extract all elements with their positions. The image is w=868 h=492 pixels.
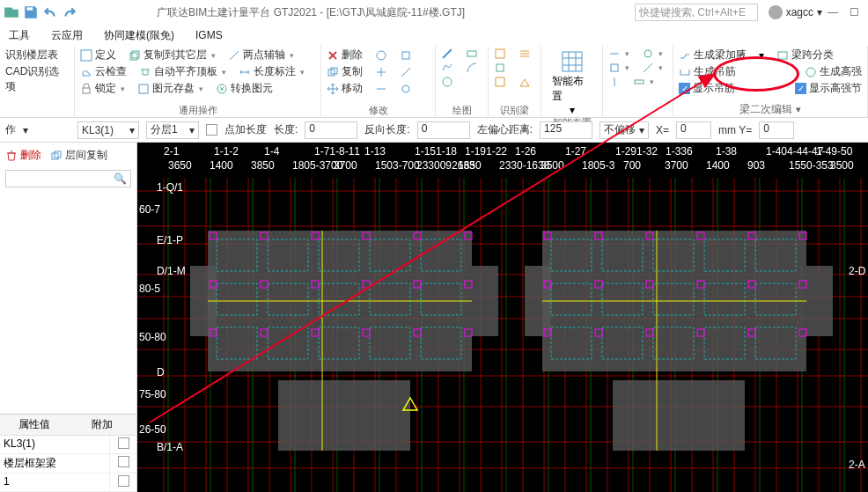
draw-poly-icon[interactable]: [441, 62, 453, 74]
extra4-icon[interactable]: [400, 66, 412, 78]
shortcut-search[interactable]: 快捷键搜索, Ctrl+Alt+E: [635, 4, 758, 21]
menu-igms[interactable]: IGMS: [195, 29, 223, 41]
menu-tools[interactable]: 工具: [9, 28, 30, 43]
a5-icon[interactable]: [608, 76, 621, 88]
svg-rect-6: [83, 88, 90, 93]
svg-text:26-50: 26-50: [139, 423, 166, 436]
自动平齐顶板-button[interactable]: 自动平齐顶板▾: [139, 64, 226, 79]
qat-undo-icon[interactable]: [42, 4, 58, 20]
删除-button[interactable]: 删除: [327, 48, 363, 62]
svg-text:80-5: 80-5: [139, 283, 160, 295]
svg-text:1-1-2: 1-1-2: [214, 145, 239, 158]
component-select[interactable]: KL3(1)▾: [77, 121, 139, 139]
层间复制-button[interactable]: 层间复制: [50, 148, 107, 163]
extra5-icon[interactable]: [375, 83, 387, 95]
draw-arc-icon[interactable]: [466, 62, 478, 74]
svg-rect-7: [139, 84, 148, 93]
rec2-icon[interactable]: [519, 48, 531, 60]
layer-select[interactable]: 分层1▾: [146, 121, 199, 139]
username[interactable]: xagcc: [786, 6, 813, 18]
svg-text:1-49-50: 1-49-50: [816, 145, 853, 158]
图元存盘-button[interactable]: 图元存盘▾: [137, 81, 203, 96]
长度-input[interactable]: 0: [305, 121, 357, 139]
search-icon: 🔍: [114, 173, 127, 185]
svg-rect-2: [130, 53, 137, 60]
识别楼层表-button[interactable]: 识别楼层表: [5, 48, 69, 62]
sidebar-search[interactable]: 🔍: [5, 170, 131, 187]
svg-text:1-151-18: 1-151-18: [415, 145, 457, 158]
生成高强-button[interactable]: 生成高强: [805, 64, 862, 79]
property-row[interactable]: 1: [0, 474, 136, 492]
svg-rect-15: [467, 51, 476, 56]
x-input[interactable]: 0: [676, 121, 711, 139]
锁定-button[interactable]: 锁定▾: [80, 81, 125, 96]
svg-point-24: [644, 50, 651, 57]
rec1-icon[interactable]: [494, 48, 506, 60]
maximize-button[interactable]: ☐: [843, 6, 864, 18]
复制到其它层-button[interactable]: 复制到其它层▾: [129, 48, 216, 62]
云检查-button[interactable]: 云检查: [80, 64, 127, 79]
qat-open-icon[interactable]: [4, 4, 19, 20]
删除-sidebar-button[interactable]: 删除: [5, 148, 41, 163]
rec3-icon[interactable]: [494, 62, 506, 74]
props-header-extra: 附加: [69, 415, 137, 436]
长度标注-button[interactable]: 长度标注▾: [239, 64, 305, 79]
svg-point-9: [377, 51, 386, 60]
左偏心距离-input[interactable]: 125: [540, 121, 592, 139]
qat-redo-icon[interactable]: [62, 4, 77, 20]
extra1-icon[interactable]: [375, 49, 387, 62]
extra2-icon[interactable]: [400, 49, 412, 62]
draw-c-icon[interactable]: [441, 76, 453, 88]
mm-y-label: mm Y=: [718, 124, 752, 136]
svg-rect-95: [278, 380, 410, 451]
a1-icon[interactable]: ▾: [608, 48, 629, 60]
svg-point-13: [402, 85, 409, 92]
rec4-icon[interactable]: [494, 76, 506, 88]
智能布置-icon[interactable]: [560, 49, 585, 74]
panel-label-通用操作: 通用操作: [80, 104, 315, 117]
两点辅轴-button[interactable]: 两点辅轴▾: [228, 48, 294, 62]
minimize-button[interactable]: —: [822, 6, 843, 18]
svg-rect-26: [635, 80, 644, 84]
svg-text:1650: 1650: [458, 159, 482, 172]
a3-icon[interactable]: ▾: [608, 62, 629, 74]
复制-button[interactable]: 复制: [327, 64, 363, 79]
a2-icon[interactable]: ▾: [642, 48, 663, 60]
svg-text:1-38: 1-38: [716, 145, 737, 158]
svg-text:3650: 3650: [168, 159, 192, 172]
显示高强节-checkbox[interactable]: ✓显示高强节: [795, 81, 862, 96]
draw-line-icon[interactable]: [441, 48, 453, 60]
svg-text:2-A: 2-A: [849, 459, 865, 471]
定义-button[interactable]: 定义: [80, 48, 116, 62]
y-input[interactable]: 0: [759, 121, 794, 139]
menu-cloud[interactable]: 云应用: [51, 28, 83, 43]
draw-rect-icon[interactable]: [466, 48, 478, 60]
长度-label: 长度:: [274, 122, 298, 137]
智能布置-label[interactable]: 智能布置: [552, 74, 592, 104]
drawing-canvas[interactable]: 2-11-1-21-41-71-8-111-131-151-181-191-22…: [137, 143, 868, 492]
cad识别选项-button[interactable]: CAD识别选项: [5, 64, 69, 94]
svg-text:903: 903: [747, 159, 765, 172]
svg-rect-134: [613, 380, 745, 451]
svg-text:1-71-8-11: 1-71-8-11: [314, 145, 360, 158]
property-row[interactable]: KL3(1): [0, 436, 136, 454]
extra6-icon[interactable]: [400, 83, 412, 95]
a6-icon[interactable]: ▾: [633, 76, 654, 88]
svg-point-16: [443, 77, 452, 86]
avatar[interactable]: [769, 5, 783, 19]
svg-text:3700: 3700: [665, 159, 688, 172]
svg-text:1-291-32: 1-291-32: [615, 145, 658, 158]
点加长度-checkbox[interactable]: [206, 124, 217, 136]
svg-rect-25: [611, 64, 618, 71]
qat-save-icon[interactable]: [23, 4, 39, 20]
menu-collab[interactable]: 协同建模(限免): [104, 28, 174, 43]
移动-button[interactable]: 移动: [327, 81, 363, 96]
rec5-icon[interactable]: [519, 76, 531, 88]
property-row[interactable]: 楼层框架梁: [0, 454, 136, 474]
转换图元-button[interactable]: 转换图元: [216, 81, 273, 96]
svg-rect-10: [402, 52, 409, 59]
反向长度-input[interactable]: 0: [417, 121, 470, 139]
不偏移-select[interactable]: 不偏移▾: [600, 121, 649, 139]
extra3-icon[interactable]: [375, 66, 387, 78]
a4-icon[interactable]: ▾: [642, 62, 663, 74]
